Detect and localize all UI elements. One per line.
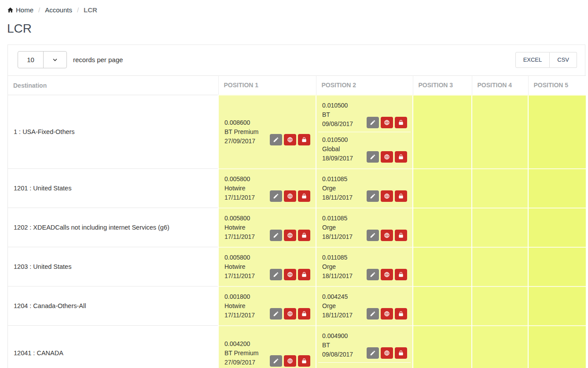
csv-export-button[interactable]: CSV [550, 52, 577, 68]
rate-entry: 0.004900 [318, 362, 411, 368]
page-size-select[interactable]: 10 [18, 51, 67, 68]
pencil-icon [273, 271, 279, 278]
position-2-cell: 0.011085Orge18/11/2017 [316, 247, 413, 286]
edit-rate-button[interactable] [270, 230, 282, 241]
col-header-destination: Destination [8, 76, 218, 95]
globe-rate-button[interactable] [284, 269, 296, 280]
pencil-icon [370, 271, 376, 278]
pencil-icon [273, 358, 279, 364]
lock-rate-button[interactable] [298, 308, 310, 320]
lock-rate-button[interactable] [395, 230, 407, 241]
entry-actions [367, 230, 407, 241]
pencil-icon [370, 311, 376, 317]
globe-rate-button[interactable] [381, 269, 393, 280]
edit-rate-button[interactable] [270, 269, 282, 280]
edit-rate-button[interactable] [367, 347, 379, 359]
globe-rate-button[interactable] [381, 151, 393, 163]
rate-rate: 0.001800 [224, 292, 310, 301]
lock-rate-button[interactable] [395, 190, 407, 202]
lock-rate-button[interactable] [298, 230, 310, 241]
pencil-icon [273, 137, 279, 143]
entry-actions [270, 355, 310, 367]
lock-rate-button[interactable] [395, 308, 407, 320]
entry-actions [270, 308, 310, 320]
pencil-icon [370, 232, 376, 238]
edit-rate-button[interactable] [270, 308, 282, 320]
edit-rate-button[interactable] [367, 269, 379, 280]
edit-rate-button[interactable] [367, 230, 379, 241]
edit-rate-button[interactable] [367, 190, 379, 202]
pencil-icon [273, 193, 279, 199]
table-header-row: Destination POSITION 1 POSITION 2 POSITI… [8, 76, 586, 95]
edit-rate-button[interactable] [367, 308, 379, 320]
entry-actions [270, 190, 310, 202]
lock-rate-button[interactable] [395, 117, 407, 128]
lock-rate-button[interactable] [298, 190, 310, 202]
rate-entry: 0.005800Hotwire17/11/2017 [220, 213, 314, 242]
col-header-position-5: POSITION 5 [528, 76, 586, 95]
globe-rate-button[interactable] [381, 190, 393, 202]
lock-icon [301, 358, 307, 364]
globe-rate-button[interactable] [284, 230, 296, 241]
excel-export-button[interactable]: EXCEL [515, 52, 550, 68]
rate-entry: 0.004245Orge18/11/2017 [318, 291, 411, 321]
lock-rate-button[interactable] [395, 269, 407, 280]
position-5-cell [528, 247, 586, 286]
position-4-cell [472, 247, 528, 286]
entry-actions [270, 269, 310, 280]
globe-rate-button[interactable] [381, 117, 393, 128]
pencil-icon [370, 119, 376, 126]
edit-rate-button[interactable] [367, 151, 379, 163]
breadcrumb-accounts[interactable]: Accounts [45, 6, 72, 14]
globe-rate-button[interactable] [381, 347, 393, 359]
edit-rate-button[interactable] [270, 355, 282, 367]
chevron-down-icon [43, 52, 66, 68]
edit-rate-button[interactable] [367, 117, 379, 128]
lock-rate-button[interactable] [395, 347, 407, 359]
destination-cell: 12041 : CANADA [8, 326, 218, 368]
position-4-cell [472, 169, 528, 208]
records-per-page-label: records per page [73, 56, 123, 63]
globe-icon [384, 193, 390, 199]
edit-rate-button[interactable] [270, 190, 282, 202]
globe-rate-button[interactable] [284, 190, 296, 202]
pencil-icon [370, 350, 376, 356]
globe-icon [287, 358, 293, 364]
rate-rate: 0.011085 [322, 175, 407, 184]
rate-entry: 0.008600BT Premium27/09/2017 [220, 117, 314, 147]
breadcrumb: Home / Accounts / LCR [0, 0, 588, 15]
table-row: 1203 : United States0.005800Hotwire17/11… [8, 247, 586, 286]
lock-rate-button[interactable] [395, 151, 407, 163]
lock-rate-button[interactable] [298, 269, 310, 280]
globe-icon [384, 154, 390, 160]
lock-rate-button[interactable] [298, 134, 310, 145]
position-5-cell [528, 95, 586, 169]
lock-icon [398, 154, 404, 160]
entry-actions [367, 117, 407, 128]
globe-rate-button[interactable] [284, 355, 296, 367]
edit-rate-button[interactable] [270, 134, 282, 145]
breadcrumb-home[interactable]: Home [7, 6, 33, 14]
globe-rate-button[interactable] [381, 308, 393, 320]
rate-rate: 0.005800 [224, 214, 310, 223]
globe-rate-button[interactable] [284, 134, 296, 145]
position-1-cell: 0.008600BT Premium27/09/2017 [218, 95, 316, 169]
globe-icon [384, 119, 390, 126]
lock-rate-button[interactable] [298, 355, 310, 367]
pencil-icon [370, 193, 376, 199]
table-controls: 10 records per page EXCEL CSV [8, 45, 585, 75]
globe-rate-button[interactable] [284, 308, 296, 320]
entry-actions [367, 308, 407, 320]
position-1-cell: 0.001800Hotwire17/11/2017 [218, 286, 316, 326]
globe-rate-button[interactable] [381, 230, 393, 241]
destination-cell: 1202 : XDEADCalls not including internet… [8, 208, 218, 247]
entry-actions [270, 134, 310, 145]
pencil-icon [370, 154, 376, 160]
position-2-cell: 0.010500BT09/08/20170.010500Global18/09/… [316, 95, 413, 169]
lcr-panel: 10 records per page EXCEL CSV Destinatio… [7, 45, 585, 368]
lcr-table-body: 1 : USA-Fixed-Others0.008600BT Premium27… [8, 95, 586, 368]
globe-icon [384, 271, 390, 278]
lock-icon [398, 119, 404, 126]
position-1-cell: 0.005800Hotwire17/11/2017 [218, 169, 316, 208]
position-3-cell [413, 208, 472, 247]
